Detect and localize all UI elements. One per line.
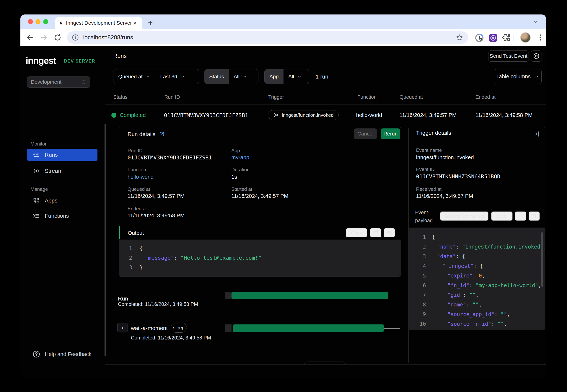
ended-at-value: 11/16/2024, 3:49:58 PM [128, 212, 184, 219]
app-value-label: All [288, 74, 294, 80]
sidebar: inngest DEV SERVER Development Monitor R… [20, 46, 105, 378]
payload-scroll-to-bottom-icon[interactable] [529, 211, 540, 221]
status-filter-value[interactable]: All [229, 70, 252, 84]
url-text[interactable]: localhost:8288/runs [83, 34, 456, 41]
collapse-panel-icon[interactable] [533, 130, 540, 138]
sidebar-item-apps[interactable]: Apps [27, 195, 98, 207]
step-expand-button[interactable]: › [117, 322, 128, 332]
column-header-function[interactable]: Function [357, 94, 377, 100]
step-bar[interactable] [233, 324, 384, 332]
table-columns-button[interactable]: Table columns [494, 69, 541, 84]
app-filter-group[interactable]: App All [264, 69, 309, 84]
app-filter-value[interactable]: All [284, 70, 307, 84]
chevron-down-icon [242, 74, 247, 79]
time-field-label: Queued at [118, 74, 142, 80]
step-completed-text: Completed: 11/16/2024, 3:49:58 PM [131, 335, 211, 341]
settings-gear-button[interactable] [531, 51, 542, 62]
window-zoom-button[interactable] [43, 19, 48, 24]
external-link-icon[interactable] [159, 131, 165, 137]
help-label: Help and Feedback [45, 351, 92, 357]
payload-copy-button[interactable]: Copy [491, 211, 513, 221]
event-name-label: Event name [416, 147, 442, 153]
tab-close-icon[interactable]: × [132, 20, 138, 26]
browser-menu-icon[interactable] [536, 33, 545, 42]
column-header-trigger[interactable]: Trigger [268, 94, 284, 100]
run-details-area: Run details Cancel Rerun Run ID 01JCVBTM… [105, 127, 546, 364]
password-manager-extension-icon[interactable] [475, 33, 484, 43]
event-id-label: Event ID [416, 167, 435, 172]
time-field-filter[interactable]: Queued at [113, 70, 155, 84]
run-details-card: Run details Cancel Rerun Run ID 01JCVBTM… [119, 127, 401, 277]
column-header-ended-at[interactable]: Ended at [475, 94, 496, 100]
output-copy-button[interactable]: Copy [346, 228, 367, 238]
time-range-label: Last 3d [160, 74, 177, 80]
send-test-event-button[interactable]: Send Test Event [488, 51, 529, 62]
run-id-label: Run ID [128, 148, 142, 154]
trigger-card-divider [409, 141, 545, 141]
row-status: Completed [120, 112, 146, 118]
queued-at-value: 11/16/2024, 3:49:57 PM [128, 193, 184, 199]
extensions-puzzle-icon[interactable] [502, 33, 511, 43]
column-header-queued-at[interactable]: Queued at [399, 94, 423, 100]
window-close-button[interactable] [28, 19, 33, 24]
sidebar-item-stream[interactable]: Stream [27, 165, 98, 177]
run-card-divider [119, 141, 401, 141]
inngest-favicon [59, 19, 63, 27]
sidebar-item-runs[interactable]: Runs [27, 149, 98, 161]
status-filter-label: Status [204, 70, 229, 84]
event-payload-code-block[interactable]: 1{2"name": "inngest/function.invoked",3"… [409, 227, 545, 330]
received-at-value: 11/16/2024, 3:49:57 PM [416, 193, 473, 199]
browser-window: Inngest Development Server × + localhost… [20, 14, 546, 378]
time-range-filter[interactable]: Last 3d [156, 70, 190, 84]
cancel-button[interactable]: Cancel [354, 128, 377, 139]
run-bar[interactable] [231, 292, 388, 299]
sidebar-item-functions[interactable]: Functions [27, 210, 98, 222]
apps-icon [32, 197, 40, 204]
back-button[interactable] [26, 33, 35, 42]
word-wrap-icon[interactable] [370, 228, 381, 238]
rerun-button[interactable]: Rerun [381, 128, 400, 139]
payload-scrollbar[interactable] [541, 232, 543, 287]
row-trigger-pill[interactable]: inngest/function.invoked [268, 110, 339, 120]
stream-icon [32, 168, 40, 174]
new-tab-button[interactable]: + [145, 17, 156, 28]
purple-extension-icon[interactable] [488, 33, 498, 43]
dev-server-badge: DEV SERVER [64, 59, 95, 64]
main-bottom-border [105, 364, 546, 364]
event-id-value: 01JCVBTMTKNHNHZ3SN64R51BQD [416, 173, 500, 180]
payload-word-wrap-icon[interactable] [515, 211, 526, 221]
tab-strip: Inngest Development Server × + [20, 14, 546, 29]
row-queued-at: 11/16/2024, 3:49:57 PM [399, 112, 456, 118]
chevron-right-icon: › [122, 325, 123, 331]
environment-select[interactable]: Development [27, 76, 90, 88]
browser-tab[interactable]: Inngest Development Server × [55, 17, 142, 29]
partial-bottom-button[interactable] [304, 362, 346, 364]
time-filter-group[interactable]: Queued at Last 3d [113, 69, 199, 84]
step-bar-queue-segment [225, 324, 231, 332]
output-title: Output [128, 230, 144, 236]
scroll-to-bottom-icon[interactable] [384, 228, 395, 238]
timeline-run-label[interactable]: Run [118, 295, 128, 302]
address-bar[interactable]: localhost:8288/runs [67, 31, 468, 44]
bookmark-star-icon[interactable] [456, 34, 463, 42]
column-header-run-id[interactable]: Run ID [164, 94, 180, 100]
chevron-down-icon [145, 74, 150, 79]
tab-search-chevron-icon[interactable] [533, 19, 539, 25]
run-details-title-row: Run details [128, 131, 165, 137]
reload-button[interactable] [53, 33, 62, 42]
help-and-feedback-link[interactable]: Help and Feedback [27, 348, 98, 360]
step-name[interactable]: wait-a-moment [131, 325, 168, 331]
window-minimize-button[interactable] [35, 19, 41, 24]
started-at-label: Started at [231, 186, 252, 192]
site-info-icon[interactable] [72, 34, 79, 41]
send-to-dev-server-button[interactable]: Send to Dev Server [440, 211, 488, 221]
sidebar-item-label: Functions [45, 213, 69, 219]
app-link[interactable]: my-app [231, 154, 249, 161]
profile-avatar[interactable] [520, 32, 531, 43]
forward-button[interactable] [39, 33, 48, 42]
run-bar-queue-segment [225, 292, 231, 299]
output-code-block[interactable]: 1{2"message": "Hello test@example.com!"3… [119, 240, 401, 276]
status-filter-group[interactable]: Status All [204, 69, 258, 84]
function-link[interactable]: hello-world [128, 174, 154, 180]
column-header-status[interactable]: Status [113, 94, 128, 100]
